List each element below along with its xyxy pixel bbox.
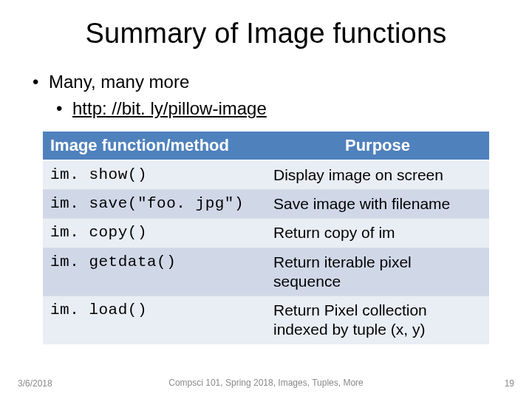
functions-table: Image function/method Purpose im. show()… [43,132,489,344]
table-row: im. show() Display image on screen [43,160,489,190]
table-header-row: Image function/method Purpose [43,132,489,160]
cell-fn: im. getdata() [43,248,266,296]
th-purpose: Purpose [266,132,489,160]
cell-purpose: Return copy of im [266,219,489,248]
page-title: Summary of Image functions [28,18,504,50]
cell-purpose: Display image on screen [266,160,489,190]
bullet-text: Many, many more [49,72,189,92]
footer-page: 19 [505,378,514,389]
cell-fn: im. show() [43,160,266,190]
slide: Summary of Image functions Many, many mo… [0,0,532,399]
th-function: Image function/method [43,132,266,160]
cell-fn: im. load() [43,296,266,344]
cell-purpose: Return Pixel collection indexed by tuple… [266,296,489,344]
cell-fn: im. save("foo. jpg") [43,190,266,219]
table-row: im. getdata() Return iterable pixel sequ… [43,248,489,296]
cell-purpose: Save image with filename [266,190,489,219]
bullet-level1: Many, many more [33,70,504,94]
functions-table-wrap: Image function/method Purpose im. show()… [43,132,489,344]
table-row: im. copy() Return copy of im [43,219,489,248]
footer: 3/6/2018 Compsci 101, Spring 2018, Image… [0,378,532,389]
footer-center: Compsci 101, Spring 2018, Images, Tuples… [0,378,532,389]
footer-date: 3/6/2018 [18,378,52,389]
table-row: im. load() Return Pixel collection index… [43,296,489,344]
bullet-list: Many, many more http: //bit. ly/pillow-i… [33,70,504,121]
link-pillow-image[interactable]: http: //bit. ly/pillow-image [72,98,267,118]
cell-fn: im. copy() [43,219,266,248]
bullet-level2: http: //bit. ly/pillow-image [56,97,504,120]
table-row: im. save("foo. jpg") Save image with fil… [43,190,489,219]
cell-purpose: Return iterable pixel sequence [266,248,489,296]
